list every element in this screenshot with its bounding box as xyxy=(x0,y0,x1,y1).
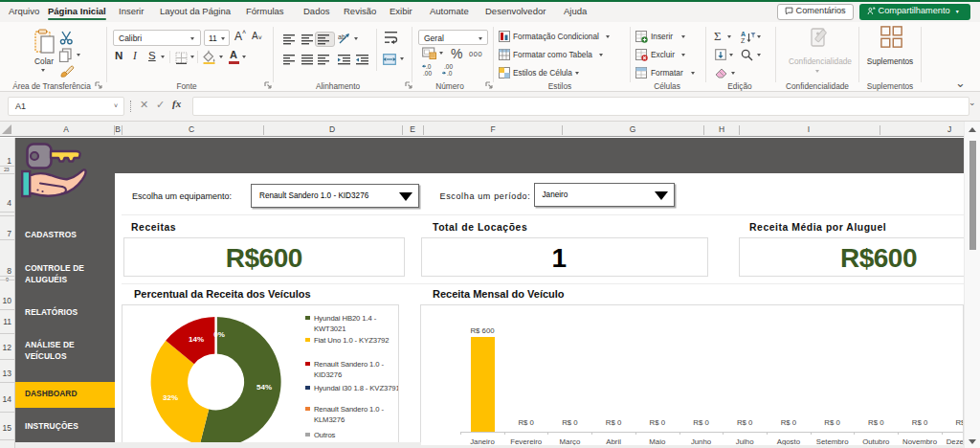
svg-text:ab: ab xyxy=(338,34,345,40)
svg-text:.00: .00 xyxy=(444,63,453,70)
svg-text:Z: Z xyxy=(741,37,746,43)
svg-text:.00: .00 xyxy=(423,70,432,77)
svg-text:A: A xyxy=(741,31,746,37)
svg-text:.0: .0 xyxy=(426,63,432,70)
svg-text:.0: .0 xyxy=(447,70,453,77)
